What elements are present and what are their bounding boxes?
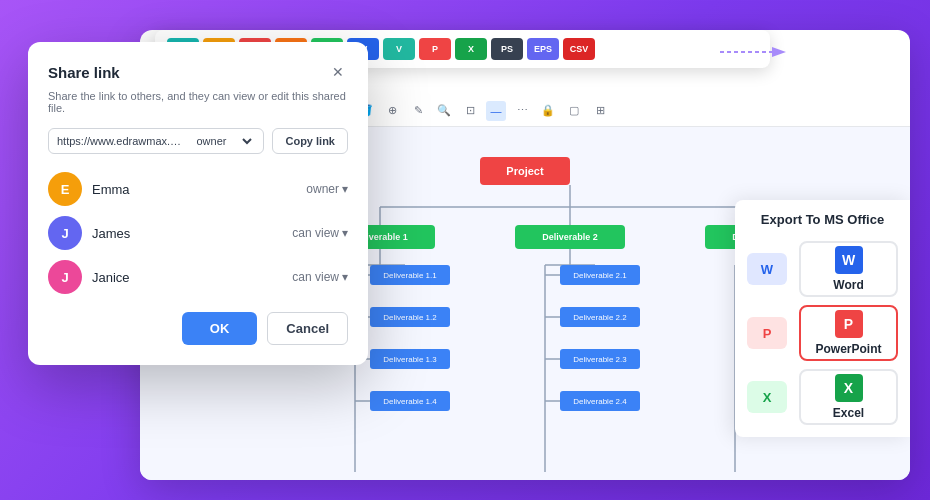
user-name-james: James: [92, 226, 282, 241]
link-input[interactable]: [57, 135, 186, 147]
chevron-down-icon: ▾: [342, 182, 348, 196]
ppt-export-button[interactable]: P PowerPoint: [799, 305, 898, 361]
grid-tool[interactable]: ⊞: [590, 101, 610, 121]
excel-export-button[interactable]: X Excel: [799, 369, 898, 425]
ps-format-button[interactable]: PS: [491, 38, 523, 60]
connector-tool[interactable]: ⊕: [382, 101, 402, 121]
export-grid: W W Word P P PowerPoint X X Excel: [747, 241, 898, 425]
excel-small-icon[interactable]: X: [747, 381, 787, 413]
chevron-down-icon: ▾: [342, 226, 348, 240]
sub-2-2[interactable]: Deliverable 2.2: [560, 307, 640, 327]
user-list: E Emma owner ▾ J James can view ▾ J Jani…: [48, 172, 348, 294]
link-permission-select[interactable]: owner can view can edit: [192, 134, 255, 148]
zoom-tool[interactable]: 🔍: [434, 101, 454, 121]
share-link-modal: Share link ✕ Share the link to others, a…: [28, 42, 368, 365]
export-panel-title: Export To MS Office: [747, 212, 898, 227]
arrow-indicator: [720, 42, 790, 62]
line-tool[interactable]: —: [486, 101, 506, 121]
link-row: owner can view can edit Copy link: [48, 128, 348, 154]
csv-format-button[interactable]: CSV: [563, 38, 595, 60]
lock-tool[interactable]: 🔒: [538, 101, 558, 121]
deliverable-2-node[interactable]: Deliverable 2: [515, 225, 625, 249]
copy-link-button[interactable]: Copy link: [272, 128, 348, 154]
project-node[interactable]: Project: [480, 157, 570, 185]
sub-1-4[interactable]: Deliverable 1.4: [370, 391, 450, 411]
cancel-button[interactable]: Cancel: [267, 312, 348, 345]
user-role-james[interactable]: can view ▾: [292, 226, 348, 240]
modal-footer: OK Cancel: [48, 312, 348, 345]
user-row-james: J James can view ▾: [48, 216, 348, 250]
sub-2-1[interactable]: Deliverable 2.1: [560, 265, 640, 285]
svg-marker-27: [772, 47, 786, 57]
export-panel: Export To MS Office W W Word P P PowerPo…: [735, 200, 910, 437]
user-row-emma: E Emma owner ▾: [48, 172, 348, 206]
word-icon: W: [835, 246, 863, 274]
excel-icon: X: [835, 374, 863, 402]
user-row-janice: J Janice can view ▾: [48, 260, 348, 294]
user-name-emma: Emma: [92, 182, 296, 197]
ppt-format-button[interactable]: P: [419, 38, 451, 60]
eps-format-button[interactable]: EPS: [527, 38, 559, 60]
chevron-down-icon: ▾: [342, 270, 348, 284]
sub-1-2[interactable]: Deliverable 1.2: [370, 307, 450, 327]
frame-tool[interactable]: ▢: [564, 101, 584, 121]
sub-2-4[interactable]: Deliverable 2.4: [560, 391, 640, 411]
user-name-janice: Janice: [92, 270, 282, 285]
visio-format-button[interactable]: V: [383, 38, 415, 60]
sub-1-1[interactable]: Deliverable 1.1: [370, 265, 450, 285]
user-role-janice[interactable]: can view ▾: [292, 270, 348, 284]
modal-subtitle: Share the link to others, and they can v…: [48, 90, 348, 114]
dashed-arrow-svg: [720, 42, 790, 62]
avatar-janice: J: [48, 260, 82, 294]
link-input-wrap: owner can view can edit: [48, 128, 264, 154]
crop-tool[interactable]: ⊡: [460, 101, 480, 121]
ok-button[interactable]: OK: [182, 312, 258, 345]
sub-2-3[interactable]: Deliverable 2.3: [560, 349, 640, 369]
xls-format-button[interactable]: X: [455, 38, 487, 60]
edit-tool[interactable]: ✎: [408, 101, 428, 121]
close-button[interactable]: ✕: [328, 62, 348, 82]
dash-tool[interactable]: ⋯: [512, 101, 532, 121]
word-export-button[interactable]: W Word: [799, 241, 898, 297]
modal-title: Share link: [48, 64, 120, 81]
word-small-icon[interactable]: W: [747, 253, 787, 285]
ppt-small-icon[interactable]: P: [747, 317, 787, 349]
avatar-james: J: [48, 216, 82, 250]
ppt-icon: P: [835, 310, 863, 338]
sub-1-3[interactable]: Deliverable 1.3: [370, 349, 450, 369]
avatar-emma: E: [48, 172, 82, 206]
modal-header: Share link ✕: [48, 62, 348, 82]
user-role-emma[interactable]: owner ▾: [306, 182, 348, 196]
